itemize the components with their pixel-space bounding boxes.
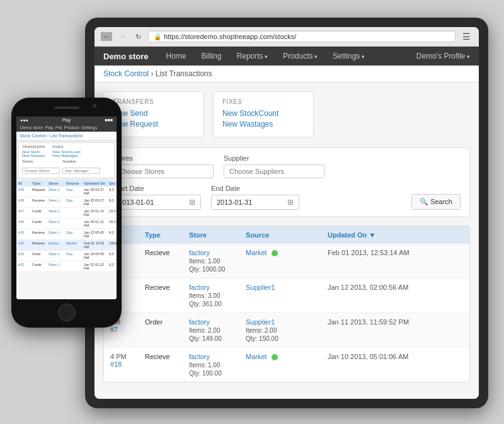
phone-cell-id[interactable]: #28 [18,198,32,206]
new-send-link[interactable]: New Send [113,109,195,118]
phone-cell-source[interactable]: Sup. [66,188,84,195]
phone-th-type[interactable]: Type [32,181,49,185]
source-dot-0 [272,250,278,256]
nav-billing[interactable]: Billing [199,50,224,62]
phone-cell-store[interactable]: Store 1 [49,198,66,206]
phone-speaker [54,106,79,109]
phone-cell-store[interactable]: Store 1 [49,209,66,217]
address-bar[interactable]: 🔒 https://storedemo.shoptreeapp.com/stoc… [148,31,455,42]
store-link-0[interactable]: factory [189,249,246,256]
store-link-1[interactable]: factory [189,284,246,291]
phone-stores-label: Stores [22,159,60,163]
phone-cell-id[interactable]: #29 [18,188,32,195]
row-id-2[interactable]: #7 [110,326,118,333]
th-source[interactable]: Source [246,231,328,239]
phone-statusbar: ●●● Play ■■■ [16,117,117,123]
nav-products[interactable]: Products [280,50,320,62]
source-link-2[interactable]: Supplier1 [246,318,275,326]
phone-table-row: #27 Credit Store 1 Jan 25 01:14 PM 19,0 [16,208,117,219]
stores-input[interactable] [113,164,214,178]
nav-home[interactable]: Home [164,50,189,62]
th-store[interactable]: Store [189,231,246,239]
phone-th-id[interactable]: ID [18,181,32,185]
phone-cell-store[interactable]: Store 1 [49,231,66,238]
search-button[interactable]: 🔍 Search [411,194,461,210]
new-wastages-link[interactable]: New Wastages [222,120,304,129]
phone-stores-input[interactable] [22,168,60,174]
start-date-calendar-icon[interactable]: ⊞ [189,198,195,207]
phone-cell-date: Jan 18 03:59 PM [84,252,109,260]
supplier-input[interactable] [224,164,324,178]
phone-cell-store[interactable]: Store 1 [49,252,66,260]
store-link-2[interactable]: factory [189,318,246,326]
phone-nav-product[interactable]: Product [64,125,79,130]
start-date-input[interactable]: 2013-01-01 ⊞ [113,195,201,210]
phone-cell-source[interactable]: Market [66,241,84,249]
action-cards: TRANSFERS New Send New Request FIXES New… [103,91,470,137]
new-request-link[interactable]: New Request [113,120,195,129]
store-link-3[interactable]: factory [189,353,246,360]
phone-breadcrumb: Stock Control › List Transactions [16,132,117,140]
phone-cell-store[interactable]: factory [49,241,66,249]
phone-supplier-input[interactable] [62,168,100,174]
phone-new-wastages-link[interactable]: New Wastages [52,154,81,158]
tablet-device: ← → ↻ 🔒 https://storedemo.shoptreeapp.co… [85,18,488,408]
end-date-input[interactable]: 2013-01-31 ⊞ [211,195,299,210]
cell-id-3: 4 PM #18 [110,353,145,368]
hamburger-button[interactable]: ☰ [461,32,472,42]
phone-th-store[interactable]: Store [49,181,66,185]
phone-cell-date: Jan 25 01:14 PM [84,209,109,217]
browser-reload-button[interactable]: ↻ [134,33,143,41]
transactions-table: ID Type Store Source Updated On ▼ PM #24 [103,226,470,382]
browser-forward-button[interactable]: → [117,32,129,41]
source-link-3[interactable]: Market [246,353,267,360]
breadcrumb-parent[interactable]: Stock Control [103,69,149,78]
nav-profile[interactable]: Demo's Profile [416,52,470,60]
th-type[interactable]: Type [145,231,189,239]
nav-settings[interactable]: Settings [330,50,367,62]
phone-cell-id[interactable]: #26 [18,220,32,227]
phone-nav-play[interactable]: Play [45,125,54,130]
phone-cell-store[interactable]: Store 1 [49,263,66,270]
phone-cell-id[interactable]: #25 [18,231,32,238]
th-updated[interactable]: Updated On ▼ [328,231,441,239]
phone-cell-source[interactable]: Sup. [66,252,84,260]
table-header: ID Type Store Source Updated On ▼ [104,226,469,244]
phone-th-source[interactable]: Source [66,181,84,185]
end-date-label: End Date [211,185,299,192]
phone-cell-id[interactable]: #23 [18,252,32,260]
phone-screen: ●●● Play ■■■ Demo store Play Prd Product… [16,117,117,299]
phone-nav-prd[interactable]: Prd [55,125,62,130]
phone-nav-settings[interactable]: Settings [81,125,97,130]
phone-cell-type: Recieve [32,241,49,249]
row-id-3[interactable]: #18 [110,360,122,368]
phone-cell-id[interactable]: #24 [18,241,32,249]
phone-content: ID Type Store Source Updated On Qty #29 … [16,180,117,299]
source-link-1[interactable]: Supplier1 [246,284,275,291]
new-stockcount-link[interactable]: New StockCount [222,109,304,118]
fixes-card: FIXES New StockCount New Wastages [213,91,314,137]
start-date-group: Start Date 2013-01-01 ⊞ [113,185,201,210]
th-empty [441,231,470,239]
phone-cell-source[interactable]: Sup. [66,231,84,238]
end-date-group: End Date 2013-01-31 ⊞ [211,185,299,210]
end-date-calendar-icon[interactable]: ⊞ [287,198,294,207]
phone-table-row: #23 Order Store 1 Sup. Jan 18 03:59 PM 9… [16,251,117,261]
phone-new-request-link[interactable]: New Request [22,154,45,158]
phone-cell-source[interactable]: Sup. [66,198,84,206]
phone-th-updated[interactable]: Updated On [84,181,109,185]
phone-signal: ●●● [20,118,28,122]
source-items-2: Items: 2.00 [246,327,328,334]
nav-reports[interactable]: Reports [234,50,271,62]
phone-cell-id[interactable]: #27 [18,209,32,217]
phone-cell-id[interactable]: #22 [18,263,32,270]
phone-cell-store[interactable]: Store 1 [49,220,66,227]
phone-appbar: Demo store Play Prd Product Settings [16,123,117,132]
phone-device: ●●● Play ■■■ Demo store Play Prd Product… [11,98,122,328]
source-link-0[interactable]: Market [246,249,267,256]
phone-cell-store[interactable]: Store 1 [49,188,66,195]
phone-home-button[interactable] [58,304,76,321]
phone-filter: TRANSFERS New Send New Request FIXES New… [18,142,115,178]
browser-back-button[interactable]: ← [101,32,112,41]
phone-fixes-label: FIXES [52,145,81,149]
